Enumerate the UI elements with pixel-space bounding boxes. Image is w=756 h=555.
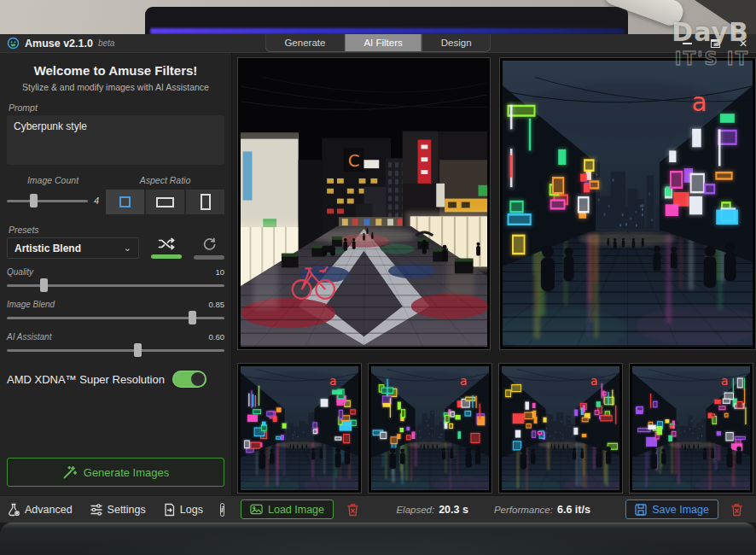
app-title: Amuse v2.1.0 <box>25 38 93 50</box>
amuse-robot-icon <box>7 37 20 50</box>
image-count-slider[interactable] <box>7 194 88 207</box>
thumbnail-3[interactable]: aa <box>498 363 623 494</box>
presets-dropdown[interactable]: Artistic Blend ⌄ <box>7 237 139 259</box>
super-resolution-toggle[interactable] <box>172 371 206 388</box>
image-blend-label: Image Blend <box>7 300 55 309</box>
toggle-knob <box>191 372 205 386</box>
workspace: C aa aa aa aa <box>232 53 756 495</box>
thumbnail-4-scene: aa <box>632 366 750 490</box>
slider-track[interactable] <box>7 200 88 202</box>
screenshot-stage: Amuse v2.1.0 beta Generate AI Filters De… <box>0 0 756 555</box>
welcome-title: Welcome to Amuse Filters! <box>7 63 224 78</box>
ai-assistant-value: 0.60 <box>209 332 225 342</box>
discard-input-button[interactable] <box>344 501 361 518</box>
slider-thumb[interactable] <box>30 194 38 207</box>
stylized-image: aa <box>499 57 756 350</box>
thumbnail-2-scene: aa <box>371 366 489 490</box>
svg-text:a: a <box>691 88 707 117</box>
shuffle-active-indicator <box>151 254 182 259</box>
welcome-subtitle: Stylize & and modify images with AI Assi… <box>7 82 224 92</box>
refresh-control[interactable] <box>194 237 224 260</box>
svg-text:a: a <box>460 374 467 388</box>
minimize-icon[interactable] <box>683 43 692 44</box>
aspect-square-button[interactable] <box>106 190 144 214</box>
tab-bar: Generate AI Filters Design <box>265 34 491 52</box>
app-beta-label: beta <box>98 38 114 48</box>
magic-wand-icon <box>62 465 77 480</box>
tab-ai-filters[interactable]: AI Filters <box>345 34 422 51</box>
statusbar: Advanced Settings <box>0 495 756 523</box>
load-image-button[interactable]: Load Image <box>241 500 334 519</box>
bezel-purple-glow <box>150 28 625 34</box>
save-icon <box>635 504 647 516</box>
presets-selected-value: Artistic Blend <box>15 242 124 254</box>
ai-assistant-slider[interactable] <box>7 343 224 357</box>
quality-label: Quality <box>7 267 33 277</box>
slider-track[interactable] <box>7 349 224 352</box>
prompt-label: Prompt <box>9 102 223 113</box>
original-image-scene: C <box>241 61 487 347</box>
thumbnail-2[interactable]: aa <box>368 363 492 494</box>
load-image-label: Load Image <box>268 504 324 516</box>
svg-text:C: C <box>348 151 360 171</box>
portrait-ratio-icon <box>201 194 211 210</box>
info-icon[interactable]: i <box>220 503 224 517</box>
image-count-label: Image Count <box>27 175 79 185</box>
settings-button[interactable]: Settings <box>90 503 146 517</box>
window-controls: ✕ <box>683 34 747 53</box>
stylized-image-scene: aa <box>503 61 753 347</box>
elapsed-value: 20.3 s <box>439 504 468 516</box>
svg-text:a: a <box>590 374 597 388</box>
ai-assistant-label: AI Assistant <box>7 332 51 342</box>
original-image: C <box>237 57 491 350</box>
performance-value: 6.6 it/s <box>557 504 590 516</box>
advanced-button[interactable]: Advanced <box>7 503 73 517</box>
maximize-icon[interactable] <box>711 39 720 48</box>
settings-label: Settings <box>108 504 146 516</box>
thumbnail-1-scene: aa <box>241 366 358 490</box>
aspect-landscape-button[interactable] <box>146 190 184 214</box>
save-image-button[interactable]: Save Image <box>625 500 718 519</box>
sliders-icon <box>90 503 103 517</box>
generate-images-label: Generate Images <box>84 466 169 479</box>
slider-thumb[interactable] <box>40 278 48 292</box>
slider-thumb[interactable] <box>134 343 142 357</box>
chevron-down-icon: ⌄ <box>124 243 131 253</box>
tab-generate[interactable]: Generate <box>265 34 345 51</box>
amuse-app-window: Amuse v2.1.0 beta Generate AI Filters De… <box>0 34 756 523</box>
image-blend-value: 0.85 <box>209 300 225 309</box>
flask-icon <box>7 503 20 517</box>
shuffle-control[interactable] <box>151 237 182 259</box>
result-thumbnails: aa aa aa aa <box>237 363 756 494</box>
tab-design[interactable]: Design <box>422 34 491 51</box>
thumbnail-4[interactable]: aa <box>629 363 753 494</box>
laptop-base <box>0 523 756 555</box>
quality-value: 10 <box>215 267 224 277</box>
slider-track[interactable] <box>7 284 224 287</box>
landscape-ratio-icon <box>156 197 174 207</box>
refresh-inactive-indicator <box>194 255 224 260</box>
aspect-portrait-button[interactable] <box>186 190 224 214</box>
slider-thumb[interactable] <box>189 311 196 324</box>
discard-result-button[interactable] <box>729 501 746 518</box>
close-icon[interactable]: ✕ <box>739 38 747 49</box>
presets-label: Presets <box>9 225 223 235</box>
titlebar: Amuse v2.1.0 beta Generate AI Filters De… <box>0 34 756 53</box>
elapsed-label: Elapsed: <box>396 505 434 515</box>
quality-slider[interactable] <box>7 278 224 292</box>
logs-button[interactable]: Logs <box>163 503 203 517</box>
performance-label: Performance: <box>494 505 553 515</box>
image-count-value: 4 <box>94 196 99 206</box>
svg-text:a: a <box>721 374 728 388</box>
sidebar: Welcome to Amuse Filters! Stylize & and … <box>0 53 232 495</box>
elapsed-metric: Elapsed: 20.3 s <box>396 504 468 516</box>
generate-images-button[interactable]: Generate Images <box>7 458 224 487</box>
aspect-ratio-label: Aspect Ratio <box>140 175 191 185</box>
advanced-label: Advanced <box>25 504 73 516</box>
prompt-input[interactable]: Cyberpunk style <box>7 115 224 165</box>
thumbnail-1[interactable]: aa <box>237 363 362 494</box>
image-blend-slider[interactable] <box>7 311 224 324</box>
thumbnail-3-scene: aa <box>502 366 619 490</box>
save-image-label: Save Image <box>652 504 709 516</box>
square-ratio-icon <box>119 196 131 207</box>
